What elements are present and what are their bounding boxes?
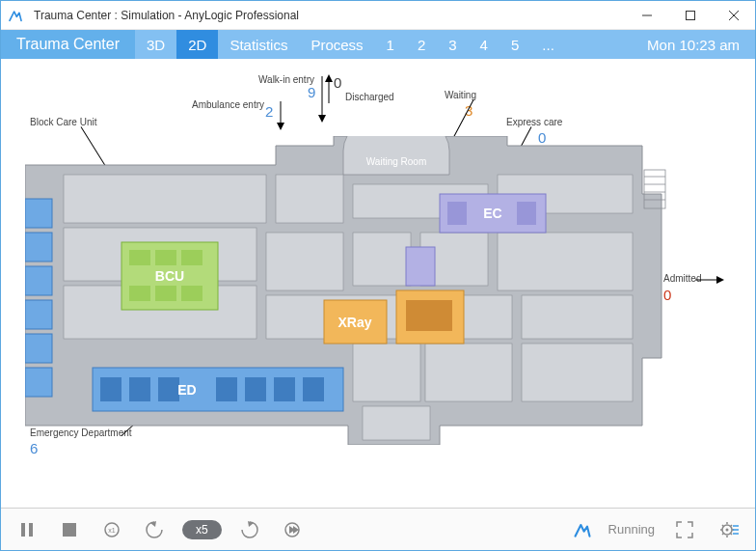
zone-ec: EC	[440, 194, 546, 233]
svg-rect-26	[425, 344, 512, 401]
arrow-admitted	[695, 273, 724, 287]
svg-rect-27	[522, 344, 633, 401]
simulation-status: Running	[608, 522, 655, 537]
svg-rect-46	[158, 377, 179, 401]
svg-rect-30	[129, 250, 150, 265]
svg-rect-53	[447, 202, 467, 225]
tab-3[interactable]: 3	[437, 30, 468, 59]
svg-rect-35	[181, 286, 202, 301]
svg-rect-45	[129, 377, 150, 401]
svg-rect-31	[155, 250, 176, 265]
svg-rect-12	[64, 175, 266, 223]
tab-more[interactable]: ...	[530, 30, 566, 59]
tab-1[interactable]: 1	[375, 30, 406, 59]
zone-bcu: BCU	[122, 242, 218, 310]
window-title: Trauma Center : Simulation - AnyLogic Pr…	[30, 9, 625, 22]
fast-forward-button[interactable]	[278, 515, 307, 544]
floorplan: Waiting Room BCU	[25, 136, 681, 445]
svg-rect-19	[498, 233, 633, 290]
svg-rect-58	[406, 300, 452, 331]
svg-text:BCU: BCU	[155, 268, 184, 284]
count-ambulance-entry: 2	[265, 103, 273, 120]
svg-text:EC: EC	[483, 206, 501, 221]
svg-rect-41	[25, 334, 52, 363]
svg-rect-42	[25, 368, 52, 397]
label-walk-in-entry: Walk-in entry	[258, 74, 314, 85]
zone-ed: ED	[93, 368, 343, 411]
control-bar: x1 x5 Running	[1, 508, 755, 550]
svg-marker-9	[325, 74, 333, 82]
label-express-care: Express care	[506, 117, 562, 127]
label-ambulance-entry: Ambulance entry	[192, 99, 264, 110]
svg-rect-34	[155, 286, 176, 301]
arrow-discharged	[322, 74, 336, 103]
tab-2d[interactable]: 2D	[176, 30, 218, 59]
tab-process[interactable]: Process	[299, 30, 374, 59]
tab-5[interactable]: 5	[500, 30, 530, 59]
speed-indicator[interactable]: x5	[182, 520, 222, 539]
svg-line-84	[731, 525, 733, 527]
speed-down-button[interactable]	[140, 515, 169, 544]
svg-rect-49	[274, 377, 295, 401]
svg-rect-44	[100, 377, 122, 401]
svg-line-83	[722, 533, 724, 535]
svg-rect-67	[63, 523, 76, 537]
svg-rect-28	[363, 406, 430, 440]
svg-rect-38	[25, 233, 52, 262]
speed-realtime-button[interactable]: x1	[97, 515, 126, 544]
svg-rect-66	[29, 523, 33, 537]
svg-rect-40	[25, 300, 52, 329]
waiting-room-label: Waiting Room	[366, 156, 426, 167]
svg-point-76	[726, 528, 729, 531]
svg-rect-50	[303, 377, 324, 401]
fullscreen-button[interactable]	[670, 515, 699, 544]
tab-main[interactable]: Trauma Center	[1, 30, 135, 59]
app-icon	[1, 8, 30, 23]
svg-rect-54	[517, 202, 536, 225]
svg-text:x1: x1	[108, 527, 116, 534]
simulation-clock: Mon 10:23 am	[632, 30, 755, 59]
svg-rect-16	[266, 233, 343, 290]
tab-4[interactable]: 4	[469, 30, 500, 59]
svg-rect-33	[129, 286, 150, 301]
svg-rect-39	[25, 266, 52, 295]
stop-button[interactable]	[55, 515, 84, 544]
svg-rect-1	[686, 11, 694, 19]
svg-text:XRay: XRay	[338, 315, 371, 330]
label-discharged: Discharged	[345, 92, 394, 102]
tab-2[interactable]: 2	[406, 30, 437, 59]
svg-rect-32	[181, 250, 202, 265]
svg-rect-13	[276, 175, 343, 223]
svg-rect-23	[522, 295, 633, 339]
titlebar: Trauma Center : Simulation - AnyLogic Pr…	[1, 1, 755, 30]
waiting-room-zone	[343, 136, 449, 175]
speed-up-button[interactable]	[235, 515, 264, 544]
svg-rect-48	[245, 377, 266, 401]
svg-rect-25	[353, 344, 420, 401]
svg-rect-65	[21, 523, 25, 537]
svg-rect-37	[25, 199, 52, 228]
svg-marker-11	[716, 276, 724, 284]
minimize-button[interactable]	[625, 1, 668, 30]
label-block-care-unit: Block Care Unit	[30, 117, 96, 127]
label-waiting: Waiting	[445, 90, 476, 100]
svg-marker-5	[277, 123, 284, 130]
maximize-button[interactable]	[668, 1, 712, 30]
simulation-canvas[interactable]: Block Care Unit Ambulance entry 2 Walk-i…	[1, 59, 755, 508]
svg-text:ED: ED	[177, 382, 196, 398]
svg-line-82	[731, 533, 733, 535]
tab-3d[interactable]: 3D	[135, 30, 176, 59]
zone-ec-aux	[406, 247, 435, 286]
tabbar: Trauma Center 3D 2D Statistics Process 1…	[1, 30, 755, 59]
anylogic-icon	[572, 520, 593, 539]
pause-button[interactable]	[13, 515, 41, 544]
tab-statistics[interactable]: Statistics	[218, 30, 299, 59]
svg-rect-17	[353, 233, 411, 286]
arrow-ambulance-entry	[274, 101, 287, 130]
settings-button[interactable]	[715, 515, 743, 544]
close-button[interactable]	[712, 1, 755, 30]
svg-marker-7	[318, 115, 326, 123]
svg-rect-47	[216, 377, 237, 401]
svg-line-81	[722, 525, 724, 527]
